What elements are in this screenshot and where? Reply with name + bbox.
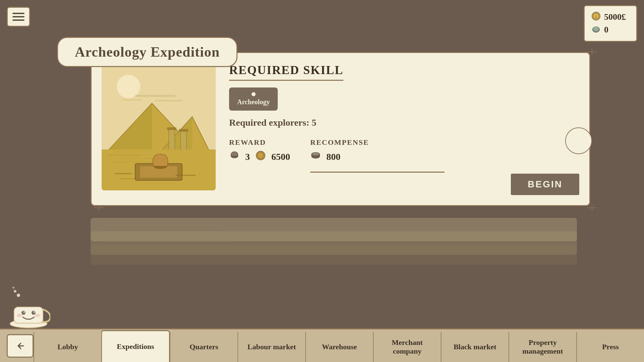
tab-expeditions[interactable]: Expeditions [101, 330, 170, 362]
svg-rect-10 [91, 245, 577, 265]
svg-point-51 [258, 153, 264, 159]
expedition-image [102, 63, 216, 190]
svg-rect-16 [12, 16, 24, 17]
svg-point-63 [23, 311, 25, 313]
svg-rect-34 [167, 127, 176, 130]
svg-point-56 [14, 290, 16, 293]
recompense-row: 800 [310, 150, 444, 163]
gem-icon [591, 24, 601, 36]
tab-property-management[interactable]: Property management [508, 332, 576, 362]
svg-point-62 [32, 311, 36, 315]
main-card: REQUIRED SKILL Archeology Required explo… [91, 52, 590, 206]
svg-point-22 [593, 27, 599, 31]
artifact-icon [229, 150, 240, 163]
money-value: 5000£ [604, 12, 626, 22]
svg-point-57 [12, 287, 14, 289]
svg-rect-33 [169, 128, 175, 150]
begin-button[interactable]: BEGIN [511, 174, 579, 195]
svg-point-61 [21, 311, 25, 315]
svg-point-64 [34, 311, 35, 313]
tab-warehouse[interactable]: Warehouse [305, 332, 373, 362]
reward-row: 3 6500 [229, 150, 290, 163]
tab-press[interactable]: Press [576, 332, 644, 362]
back-button[interactable] [7, 334, 34, 358]
gems-value: 0 [604, 25, 608, 35]
page-title: Archeology Expedition [75, 44, 220, 60]
divider [310, 172, 444, 173]
svg-text:£: £ [595, 15, 597, 18]
skill-indicator [252, 92, 256, 96]
svg-rect-15 [12, 13, 24, 14]
reward-artifacts: 3 [245, 152, 250, 162]
money-row: £ 5000£ [591, 11, 630, 23]
nav-tabs: Lobby Expeditions Quarters Labour market… [34, 329, 644, 362]
svg-point-55 [17, 294, 20, 297]
money-icon [255, 150, 266, 163]
round-decor [565, 127, 592, 154]
svg-point-23 [594, 27, 596, 29]
recompense-value: 800 [326, 152, 340, 162]
bottom-nav: Lobby Expeditions Quarters Labour market… [0, 328, 644, 362]
coin-icon: £ [591, 11, 601, 23]
tab-quarters[interactable]: Quarters [170, 332, 237, 362]
skill-name: Archeology [237, 98, 270, 106]
reward-label: REWARD [229, 138, 290, 147]
svg-point-66 [35, 314, 40, 317]
tab-black-market[interactable]: Black market [441, 332, 508, 362]
reward-money: 6500 [271, 152, 290, 162]
rewards-section: REWARD 3 [229, 138, 579, 173]
svg-rect-36 [179, 129, 188, 132]
svg-point-65 [17, 314, 22, 317]
title-banner: Archeology Expedition [57, 37, 237, 67]
svg-rect-26 [135, 95, 175, 97]
svg-point-54 [312, 153, 320, 156]
skill-badge[interactable]: Archeology [229, 87, 278, 111]
tab-labour-market[interactable]: Labour market [237, 332, 305, 362]
svg-rect-9 [91, 231, 577, 255]
mascot [7, 285, 50, 330]
svg-rect-28 [122, 99, 142, 101]
svg-rect-17 [12, 19, 24, 21]
svg-point-25 [117, 75, 140, 98]
svg-rect-35 [180, 130, 186, 150]
gems-row: 0 [591, 24, 630, 36]
currency-panel: £ 5000£ 0 [584, 5, 637, 42]
tab-lobby[interactable]: Lobby [34, 332, 101, 362]
recompense-icon [310, 150, 321, 163]
menu-button[interactable] [7, 7, 30, 27]
required-skill-title: REQUIRED SKILL [229, 63, 343, 81]
recompense-label: RECOMPENSE [310, 138, 444, 147]
svg-rect-8 [91, 218, 577, 241]
recompense-group: RECOMPENSE 800 [310, 138, 444, 173]
reward-group: REWARD 3 [229, 138, 290, 163]
svg-rect-27 [155, 100, 182, 102]
tab-merchant-company[interactable]: Merchant company [373, 332, 441, 362]
explorers-required: Required explorers: 5 [229, 117, 579, 128]
